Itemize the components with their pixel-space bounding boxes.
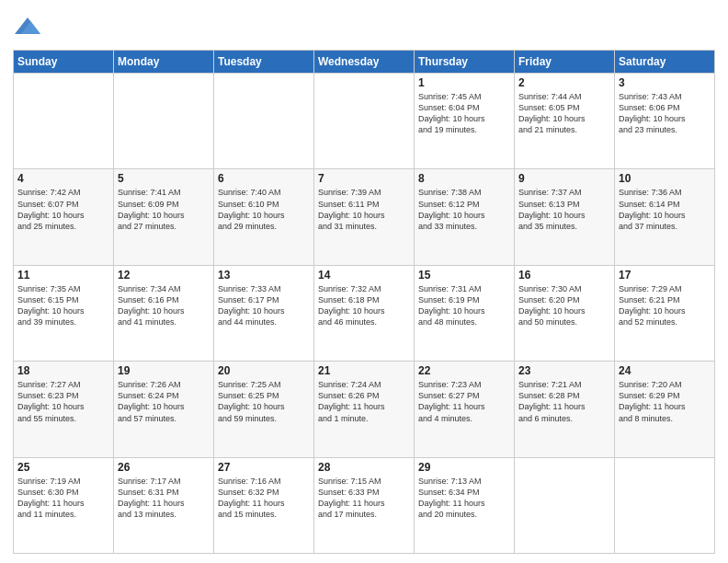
calendar-cell: 17Sunrise: 7:29 AM Sunset: 6:21 PM Dayli… xyxy=(615,265,715,361)
calendar-week-5: 25Sunrise: 7:19 AM Sunset: 6:30 PM Dayli… xyxy=(14,457,715,553)
calendar-cell: 27Sunrise: 7:16 AM Sunset: 6:32 PM Dayli… xyxy=(214,457,314,553)
calendar-cell: 28Sunrise: 7:15 AM Sunset: 6:33 PM Dayli… xyxy=(314,457,415,553)
day-info: Sunrise: 7:30 AM Sunset: 6:20 PM Dayligh… xyxy=(518,283,610,328)
calendar-cell: 1Sunrise: 7:45 AM Sunset: 6:04 PM Daylig… xyxy=(415,74,515,169)
calendar-week-1: 1Sunrise: 7:45 AM Sunset: 6:04 PM Daylig… xyxy=(14,74,715,169)
day-header-wednesday: Wednesday xyxy=(314,51,415,74)
calendar-cell: 7Sunrise: 7:39 AM Sunset: 6:11 PM Daylig… xyxy=(314,169,415,265)
calendar-cell: 14Sunrise: 7:32 AM Sunset: 6:18 PM Dayli… xyxy=(314,265,415,361)
day-info: Sunrise: 7:13 AM Sunset: 6:34 PM Dayligh… xyxy=(418,476,510,521)
day-number: 18 xyxy=(17,364,109,377)
day-number: 4 xyxy=(17,172,109,185)
day-number: 3 xyxy=(619,76,711,89)
day-info: Sunrise: 7:36 AM Sunset: 6:14 PM Dayligh… xyxy=(619,187,711,232)
day-number: 21 xyxy=(318,364,410,377)
day-info: Sunrise: 7:38 AM Sunset: 6:12 PM Dayligh… xyxy=(418,187,510,232)
day-header-friday: Friday xyxy=(515,51,615,74)
calendar-cell: 13Sunrise: 7:33 AM Sunset: 6:17 PM Dayli… xyxy=(214,265,314,361)
calendar-cell: 20Sunrise: 7:25 AM Sunset: 6:25 PM Dayli… xyxy=(214,362,314,457)
day-number: 27 xyxy=(218,461,310,474)
calendar-cell: 25Sunrise: 7:19 AM Sunset: 6:30 PM Dayli… xyxy=(14,457,114,553)
day-number: 19 xyxy=(118,364,210,377)
calendar-cell: 18Sunrise: 7:27 AM Sunset: 6:23 PM Dayli… xyxy=(14,362,114,457)
day-info: Sunrise: 7:16 AM Sunset: 6:32 PM Dayligh… xyxy=(218,476,310,521)
calendar-cell: 23Sunrise: 7:21 AM Sunset: 6:28 PM Dayli… xyxy=(515,362,615,457)
day-number: 12 xyxy=(118,269,210,282)
day-info: Sunrise: 7:40 AM Sunset: 6:10 PM Dayligh… xyxy=(218,187,310,232)
calendar-cell xyxy=(14,74,114,169)
calendar: SundayMondayTuesdayWednesdayThursdayFrid… xyxy=(13,50,715,554)
day-header-saturday: Saturday xyxy=(615,51,715,74)
day-number: 28 xyxy=(318,461,410,474)
calendar-cell: 22Sunrise: 7:23 AM Sunset: 6:27 PM Dayli… xyxy=(415,362,515,457)
day-number: 20 xyxy=(218,364,310,377)
day-number: 13 xyxy=(218,269,310,282)
day-number: 26 xyxy=(118,461,210,474)
day-number: 5 xyxy=(118,172,210,185)
day-info: Sunrise: 7:24 AM Sunset: 6:26 PM Dayligh… xyxy=(318,379,410,424)
calendar-cell xyxy=(114,74,214,169)
calendar-cell: 5Sunrise: 7:41 AM Sunset: 6:09 PM Daylig… xyxy=(114,169,214,265)
calendar-cell: 6Sunrise: 7:40 AM Sunset: 6:10 PM Daylig… xyxy=(214,169,314,265)
calendar-cell: 12Sunrise: 7:34 AM Sunset: 6:16 PM Dayli… xyxy=(114,265,214,361)
day-info: Sunrise: 7:37 AM Sunset: 6:13 PM Dayligh… xyxy=(518,187,610,232)
day-info: Sunrise: 7:17 AM Sunset: 6:31 PM Dayligh… xyxy=(118,476,210,521)
day-info: Sunrise: 7:29 AM Sunset: 6:21 PM Dayligh… xyxy=(619,283,711,328)
day-header-tuesday: Tuesday xyxy=(214,51,314,74)
calendar-header-row: SundayMondayTuesdayWednesdayThursdayFrid… xyxy=(14,51,715,74)
day-number: 14 xyxy=(318,269,410,282)
calendar-cell: 16Sunrise: 7:30 AM Sunset: 6:20 PM Dayli… xyxy=(515,265,615,361)
calendar-cell: 9Sunrise: 7:37 AM Sunset: 6:13 PM Daylig… xyxy=(515,169,615,265)
day-info: Sunrise: 7:41 AM Sunset: 6:09 PM Dayligh… xyxy=(118,187,210,232)
calendar-cell: 3Sunrise: 7:43 AM Sunset: 6:06 PM Daylig… xyxy=(615,74,715,169)
day-info: Sunrise: 7:15 AM Sunset: 6:33 PM Dayligh… xyxy=(318,476,410,521)
day-info: Sunrise: 7:34 AM Sunset: 6:16 PM Dayligh… xyxy=(118,283,210,328)
day-info: Sunrise: 7:43 AM Sunset: 6:06 PM Dayligh… xyxy=(619,91,711,136)
day-info: Sunrise: 7:35 AM Sunset: 6:15 PM Dayligh… xyxy=(17,283,109,328)
calendar-cell: 24Sunrise: 7:20 AM Sunset: 6:29 PM Dayli… xyxy=(615,362,715,457)
calendar-cell: 29Sunrise: 7:13 AM Sunset: 6:34 PM Dayli… xyxy=(415,457,515,553)
calendar-cell: 15Sunrise: 7:31 AM Sunset: 6:19 PM Dayli… xyxy=(415,265,515,361)
day-number: 15 xyxy=(418,269,510,282)
day-number: 11 xyxy=(17,269,109,282)
day-number: 2 xyxy=(518,76,610,89)
calendar-cell: 4Sunrise: 7:42 AM Sunset: 6:07 PM Daylig… xyxy=(14,169,114,265)
calendar-cell xyxy=(615,457,715,553)
day-info: Sunrise: 7:42 AM Sunset: 6:07 PM Dayligh… xyxy=(17,187,109,232)
day-number: 25 xyxy=(17,461,109,474)
calendar-cell: 2Sunrise: 7:44 AM Sunset: 6:05 PM Daylig… xyxy=(515,74,615,169)
header xyxy=(13,9,715,42)
day-number: 29 xyxy=(418,461,510,474)
calendar-cell xyxy=(314,74,415,169)
calendar-cell: 8Sunrise: 7:38 AM Sunset: 6:12 PM Daylig… xyxy=(415,169,515,265)
calendar-week-4: 18Sunrise: 7:27 AM Sunset: 6:23 PM Dayli… xyxy=(14,362,715,457)
day-info: Sunrise: 7:21 AM Sunset: 6:28 PM Dayligh… xyxy=(518,379,610,424)
day-info: Sunrise: 7:44 AM Sunset: 6:05 PM Dayligh… xyxy=(518,91,610,136)
calendar-cell xyxy=(515,457,615,553)
page: SundayMondayTuesdayWednesdayThursdayFrid… xyxy=(0,0,728,563)
day-number: 23 xyxy=(518,364,610,377)
calendar-cell: 19Sunrise: 7:26 AM Sunset: 6:24 PM Dayli… xyxy=(114,362,214,457)
day-header-monday: Monday xyxy=(114,51,214,74)
logo-icon xyxy=(15,13,40,39)
day-info: Sunrise: 7:20 AM Sunset: 6:29 PM Dayligh… xyxy=(619,379,711,424)
day-info: Sunrise: 7:26 AM Sunset: 6:24 PM Dayligh… xyxy=(118,379,210,424)
calendar-cell: 26Sunrise: 7:17 AM Sunset: 6:31 PM Dayli… xyxy=(114,457,214,553)
day-number: 9 xyxy=(518,172,610,185)
day-info: Sunrise: 7:23 AM Sunset: 6:27 PM Dayligh… xyxy=(418,379,510,424)
logo xyxy=(13,13,40,42)
day-header-sunday: Sunday xyxy=(14,51,114,74)
day-number: 7 xyxy=(318,172,410,185)
day-number: 16 xyxy=(518,269,610,282)
day-header-thursday: Thursday xyxy=(415,51,515,74)
calendar-cell: 11Sunrise: 7:35 AM Sunset: 6:15 PM Dayli… xyxy=(14,265,114,361)
day-number: 8 xyxy=(418,172,510,185)
day-number: 1 xyxy=(418,76,510,89)
calendar-cell xyxy=(214,74,314,169)
day-info: Sunrise: 7:25 AM Sunset: 6:25 PM Dayligh… xyxy=(218,379,310,424)
calendar-week-3: 11Sunrise: 7:35 AM Sunset: 6:15 PM Dayli… xyxy=(14,265,715,361)
calendar-cell: 10Sunrise: 7:36 AM Sunset: 6:14 PM Dayli… xyxy=(615,169,715,265)
day-number: 10 xyxy=(619,172,711,185)
day-info: Sunrise: 7:39 AM Sunset: 6:11 PM Dayligh… xyxy=(318,187,410,232)
day-info: Sunrise: 7:45 AM Sunset: 6:04 PM Dayligh… xyxy=(418,91,510,136)
